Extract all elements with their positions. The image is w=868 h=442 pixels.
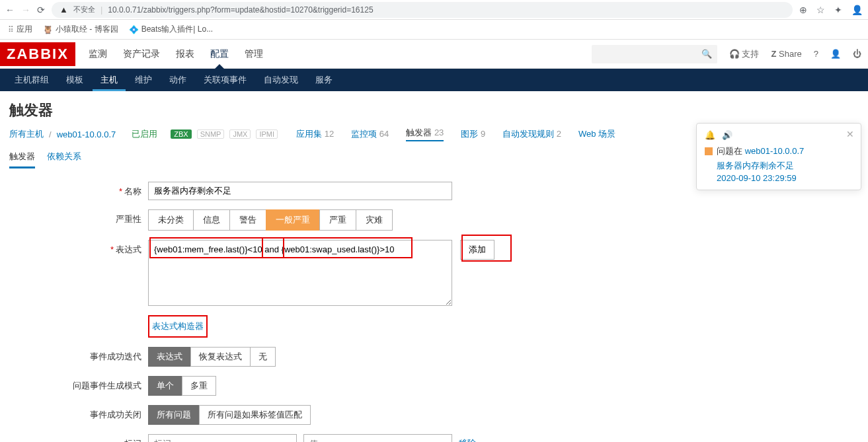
badge-jmx: JMX xyxy=(229,129,251,139)
reload-icon[interactable]: ⟳ xyxy=(37,5,45,15)
sev-warning[interactable]: 警告 xyxy=(229,209,266,231)
browser-toolbar: ← → ⟳ ▲ 不安全 | 10.0.0.71/zabbix/triggers.… xyxy=(0,0,868,20)
security-warning: 不安全 xyxy=(73,5,95,15)
star-icon[interactable]: ☆ xyxy=(816,5,825,15)
bc-host[interactable]: web01-10.0.0.7 xyxy=(57,129,116,139)
gen-mode-single[interactable]: 单个 xyxy=(148,376,182,396)
notification-popup: 🔔 🔊 ✕ 问题在 web01-10.0.0.7 服务器内存剩余不足 2020-… xyxy=(696,123,861,190)
tab-deps[interactable]: 依赖关系 xyxy=(47,151,81,168)
label-name: *名称 xyxy=(9,182,148,198)
name-input[interactable] xyxy=(148,182,452,200)
badge-snmp: SNMP xyxy=(197,129,225,139)
zoom-icon[interactable]: ⊕ xyxy=(799,5,807,15)
label-severity: 严重性 xyxy=(9,209,148,225)
help-icon[interactable]: ? xyxy=(814,49,818,59)
add-button[interactable]: 添加 xyxy=(460,240,494,260)
url-text: 10.0.0.71/zabbix/triggers.php?form=updat… xyxy=(108,5,373,15)
search-input[interactable] xyxy=(592,45,717,63)
tab-trigger[interactable]: 触发器 xyxy=(9,151,35,168)
sev-info[interactable]: 信息 xyxy=(193,209,230,231)
label-ok-close: 事件成功关闭 xyxy=(9,405,148,421)
status-enabled: 已启用 xyxy=(132,128,157,140)
zabbix-header: ZABBIX 监测 资产记录 报表 配置 管理 🔍 🎧 支持 Z Share ?… xyxy=(0,40,868,69)
label-tags: 标记 xyxy=(9,434,148,442)
nav-reports[interactable]: 报表 xyxy=(176,40,194,68)
address-bar[interactable]: ▲ 不安全 | 10.0.0.71/zabbix/triggers.php?fo… xyxy=(52,2,793,18)
nav-monitoring[interactable]: 监测 xyxy=(89,40,107,68)
tag-value-input[interactable] xyxy=(303,434,452,442)
bc-all-hosts[interactable]: 所有主机 xyxy=(9,128,44,140)
subnav-templates[interactable]: 模板 xyxy=(58,69,91,91)
sub-nav: 主机群组 模板 主机 维护 动作 关联项事件 自动发现 服务 xyxy=(0,69,868,91)
ok-iter-recovery[interactable]: 恢复表达式 xyxy=(190,347,251,367)
notif-timestamp: 2020-09-10 23:29:59 xyxy=(717,173,853,183)
bc-graphs[interactable]: 图形 9 xyxy=(461,128,485,140)
bookmark-1[interactable]: 🦉小猿取经 - 博客园 xyxy=(43,24,118,35)
tag-remove-link[interactable]: 移除 xyxy=(459,437,476,442)
bc-triggers[interactable]: 触发器 23 xyxy=(406,127,444,141)
profile-icon[interactable]: 👤 xyxy=(851,5,863,15)
forward-icon[interactable]: → xyxy=(21,5,30,15)
subnav-services[interactable]: 服务 xyxy=(307,69,340,91)
back-icon[interactable]: ← xyxy=(5,5,15,15)
ok-iter-expr[interactable]: 表达式 xyxy=(148,347,191,367)
gen-mode-multiple[interactable]: 多重 xyxy=(182,376,216,396)
bc-discovery[interactable]: 自动发现规则 2 xyxy=(502,128,561,140)
label-expression: *表达式 xyxy=(9,240,148,256)
sev-disaster[interactable]: 灾难 xyxy=(356,209,393,231)
power-icon[interactable]: ⏻ xyxy=(853,49,861,59)
trigger-form: *名称 严重性 未分类 信息 警告 一般严重 严重 灾难 *表达式 xyxy=(9,182,859,442)
notif-host-link[interactable]: web01-10.0.0.7 xyxy=(745,146,805,156)
bc-apps[interactable]: 应用集 12 xyxy=(296,128,334,140)
ok-iter-none[interactable]: 无 xyxy=(250,347,276,367)
subnav-correlation[interactable]: 关联项事件 xyxy=(196,69,255,91)
apps-shortcut[interactable]: ⠿应用 xyxy=(8,24,32,35)
nav-config[interactable]: 配置 xyxy=(210,40,229,68)
subnav-discovery[interactable]: 自动发现 xyxy=(256,69,306,91)
subnav-actions[interactable]: 动作 xyxy=(161,69,194,91)
sound-icon[interactable]: 🔊 xyxy=(722,130,732,140)
badge-ipmi: IPMI xyxy=(256,129,278,139)
bookmark-bar: ⠿应用 🦉小猿取经 - 博客园 💠Beats输入插件| Lo... xyxy=(0,20,868,40)
mute-icon[interactable]: 🔔 xyxy=(705,130,715,140)
warning-icon: ▲ xyxy=(59,5,68,15)
expression-constructor-link[interactable]: 表达式构造器 xyxy=(152,321,204,331)
expression-textarea[interactable] xyxy=(148,240,452,306)
extensions-icon[interactable]: ✦ xyxy=(834,5,842,15)
label-ok-iter: 事件成功迭代 xyxy=(9,347,148,363)
nav-inventory[interactable]: 资产记录 xyxy=(123,40,160,68)
subnav-hosts[interactable]: 主机 xyxy=(93,69,126,91)
zabbix-logo[interactable]: ZABBIX xyxy=(0,42,75,66)
notif-problem-link[interactable]: 服务器内存剩余不足 xyxy=(717,161,794,170)
label-gen-mode: 问题事件生成模式 xyxy=(9,376,148,392)
tag-name-input[interactable] xyxy=(148,434,297,442)
sev-not-classified[interactable]: 未分类 xyxy=(148,209,194,231)
sev-high[interactable]: 严重 xyxy=(319,209,356,231)
ok-close-tags[interactable]: 所有问题如果标签值匹配 xyxy=(199,405,311,425)
nav-admin[interactable]: 管理 xyxy=(245,40,263,68)
sev-average[interactable]: 一般严重 xyxy=(266,209,320,231)
page-title: 触发器 xyxy=(9,100,859,120)
bc-items[interactable]: 监控项 64 xyxy=(351,128,389,140)
subnav-hostgroups[interactable]: 主机群组 xyxy=(7,69,57,91)
bc-web[interactable]: Web 场景 xyxy=(578,128,615,140)
support-link[interactable]: 🎧 支持 xyxy=(729,48,760,60)
share-link[interactable]: Z Share xyxy=(771,49,801,59)
close-icon[interactable]: ✕ xyxy=(846,129,854,139)
user-icon[interactable]: 👤 xyxy=(830,49,841,59)
badge-zbx: ZBX xyxy=(171,129,191,139)
subnav-maintenance[interactable]: 维护 xyxy=(127,69,160,91)
search-icon[interactable]: 🔍 xyxy=(701,49,712,59)
ok-close-all[interactable]: 所有问题 xyxy=(148,405,200,425)
severity-square xyxy=(705,147,713,155)
bookmark-2[interactable]: 💠Beats输入插件| Lo... xyxy=(129,24,214,35)
